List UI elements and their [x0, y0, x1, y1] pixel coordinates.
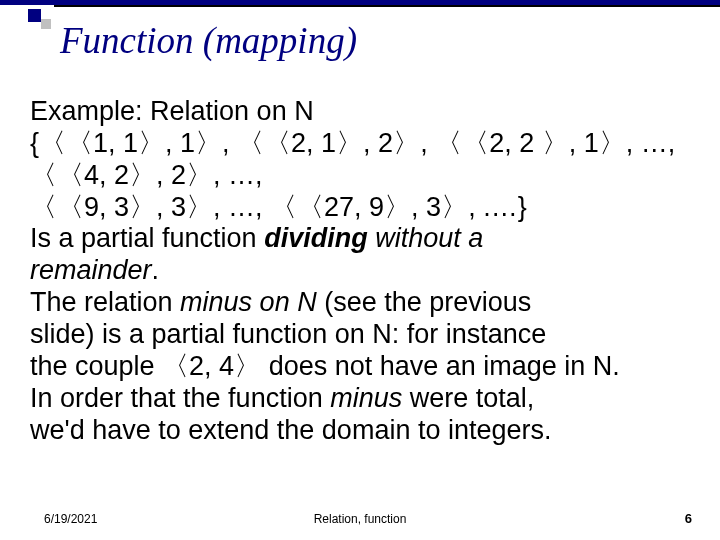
em-dividing: dividing	[264, 223, 368, 253]
body-line-5: remainder.	[30, 255, 690, 287]
text: .	[152, 255, 160, 285]
text: Is a partial function	[30, 223, 264, 253]
em-minus: minus	[330, 383, 402, 413]
body-line-3: 〈〈9, 3〉, 3〉, …, 〈〈27, 9〉, 3〉, .…}	[30, 192, 690, 224]
accent-square-grey-icon	[41, 19, 51, 29]
body-line-7: slide) is a partial function on N: for i…	[30, 319, 690, 351]
footer-page-number: 6	[685, 511, 692, 526]
text: without a	[368, 223, 484, 253]
text: The relation	[30, 287, 180, 317]
body-line-10: we'd have to extend the domain to intege…	[30, 415, 690, 447]
slide-footer: 6/19/2021 Relation, function 6	[0, 506, 720, 526]
slide-body: Example: Relation on N {〈〈1, 1〉, 1〉, 〈〈2…	[30, 96, 690, 446]
body-line-1: Example: Relation on N	[30, 96, 690, 128]
body-line-8: the couple 〈2, 4〉 does not have an image…	[30, 351, 690, 383]
text: (see the previous	[317, 287, 532, 317]
em-remainder: remainder	[30, 255, 152, 285]
body-line-2: {〈〈1, 1〉, 1〉, 〈〈2, 1〉, 2〉, 〈〈2, 2 〉, 1〉,…	[30, 128, 690, 192]
body-line-6: The relation minus on N (see the previou…	[30, 287, 690, 319]
em-minus-on-n: minus on N	[180, 287, 317, 317]
slide: Function (mapping) Example: Relation on …	[0, 0, 720, 540]
slide-title: Function (mapping)	[60, 19, 357, 62]
body-line-4: Is a partial function dividing without a	[30, 223, 690, 255]
body-line-9: In order that the function minus were to…	[30, 383, 690, 415]
text: were total,	[402, 383, 534, 413]
text: In order that the function	[30, 383, 330, 413]
accent-square-icon	[28, 9, 41, 22]
footer-title: Relation, function	[0, 512, 720, 526]
horizontal-rule	[54, 5, 720, 7]
